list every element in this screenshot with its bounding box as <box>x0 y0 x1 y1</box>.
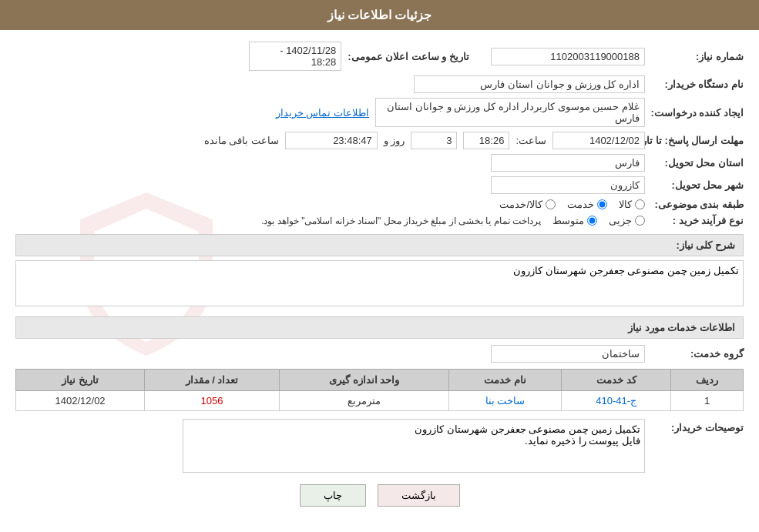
reply-date: 1402/12/02 <box>552 132 645 149</box>
need-description-label: شرح کلی نیاز: <box>676 239 735 251</box>
radio-item-service: خدمت <box>567 199 607 210</box>
services-section-label: اطلاعات خدمات مورد نیاز <box>628 322 735 333</box>
buyer-notes-row: توصیحات خریدار: <box>15 419 744 473</box>
main-content: A شماره نیاز: 1102003119000188 تاریخ و س… <box>0 30 759 518</box>
buyer-org-value: اداره کل ورزش و جوانان استان فارس <box>414 75 645 93</box>
need-description-container <box>15 260 744 309</box>
announce-datetime-value: 1402/11/28 - 18:28 <box>249 42 341 71</box>
row-service-group: گروه خدمت: ساختمان <box>15 345 744 363</box>
col-header-date: تاریخ نیاز <box>16 370 145 391</box>
col-header-row: ردیف <box>671 370 744 391</box>
row-category: طبقه بندی موضوعی: کالا خدمت کالا/خدمت <box>15 199 744 210</box>
table-cell-unit: مترمربع <box>279 391 448 411</box>
radio-item-small: جزیی <box>609 215 645 226</box>
purchase-note: پرداخت تمام یا بخشی از مبلغ خریداز محل "… <box>261 216 541 226</box>
back-button[interactable]: بازگشت <box>378 484 460 507</box>
row-province: استان محل تحویل: فارس <box>15 154 744 172</box>
table-cell-code: ج-41-410 <box>562 391 671 411</box>
buttons-row: بازگشت چاپ <box>15 484 744 507</box>
city-value: کازرون <box>491 176 645 194</box>
page-header: جزئیات اطلاعات نیاز <box>0 0 759 30</box>
table-row: 1ج-41-410ساخت بنامترمربع10561402/12/02 <box>16 391 744 411</box>
services-section-header: اطلاعات خدمات مورد نیاز <box>15 316 744 339</box>
city-label: شهر محل تحویل: <box>651 179 744 191</box>
services-table: ردیف کد خدمت نام خدمت واحد اندازه گیری ت… <box>15 369 744 411</box>
radio-small-label: جزیی <box>609 215 632 226</box>
reply-days: 3 <box>411 132 457 149</box>
reply-remaining-label: ساعت باقی مانده <box>204 135 279 146</box>
page-wrapper: جزئیات اطلاعات نیاز A شماره نیاز: 110200… <box>0 0 759 532</box>
radio-goods-label: کالا <box>619 199 632 210</box>
need-number-label: شماره نیاز: <box>651 51 744 62</box>
need-number-value: 1102003119000188 <box>491 48 645 65</box>
buyer-notes-label: توصیحات خریدار: <box>651 419 744 433</box>
row-buyer-org: نام دستگاه خریدار: اداره کل ورزش و جوانا… <box>15 75 744 93</box>
radio-medium-label: متوسط <box>552 215 584 226</box>
buyer-notes-container: توصیحات خریدار: <box>15 419 744 473</box>
col-header-unit: واحد اندازه گیری <box>279 370 448 391</box>
category-label: طبقه بندی موضوعی: <box>651 199 744 210</box>
row-reply-deadline: مهلت ارسال پاسخ: تا تاریخ: 1402/12/02 سا… <box>15 132 744 149</box>
province-label: استان محل تحویل: <box>651 157 744 169</box>
service-group-label: گروه خدمت: <box>651 348 744 360</box>
table-cell-date: 1402/12/02 <box>16 391 145 411</box>
print-button[interactable]: چاپ <box>300 484 366 507</box>
province-value: فارس <box>491 154 645 172</box>
need-description-textarea[interactable] <box>15 260 744 306</box>
form-content: شماره نیاز: 1102003119000188 تاریخ و ساع… <box>15 42 744 507</box>
reply-time: 18:26 <box>463 132 509 149</box>
radio-service[interactable] <box>597 199 607 209</box>
radio-item-medium: متوسط <box>552 215 597 226</box>
buyer-org-label: نام دستگاه خریدار: <box>651 79 744 90</box>
row-need-number: شماره نیاز: 1102003119000188 تاریخ و ساع… <box>15 42 744 71</box>
buyer-notes-textarea[interactable] <box>183 419 645 473</box>
creator-value: غلام حسین موسوی کاربردار اداره کل ورزش و… <box>375 98 645 127</box>
row-city: شهر محل تحویل: کازرون <box>15 176 744 194</box>
category-radio-group: کالا خدمت کالا/خدمت <box>499 199 645 210</box>
purchase-radio-group: جزیی متوسط پرداخت تمام یا بخشی از مبلغ خ… <box>261 215 645 226</box>
creator-label: ایجاد کننده درخواست: <box>651 107 744 119</box>
radio-both[interactable] <box>546 199 556 209</box>
table-cell-name: ساخت بنا <box>449 391 562 411</box>
row-creator: ایجاد کننده درخواست: غلام حسین موسوی کار… <box>15 98 744 127</box>
need-description-section-header: شرح کلی نیاز: <box>15 234 744 256</box>
reply-deadline-label: مهلت ارسال پاسخ: تا تاریخ: <box>651 135 744 146</box>
service-group-value: ساختمان <box>491 345 645 363</box>
purchase-type-label: نوع فرآیند خرید : <box>651 215 744 226</box>
announce-datetime-label: تاریخ و ساعت اعلان عمومی: <box>348 51 469 62</box>
radio-medium[interactable] <box>587 216 597 226</box>
reply-time-label: ساعت: <box>516 135 546 146</box>
row-purchase-type: نوع فرآیند خرید : جزیی متوسط پرداخت تمام… <box>15 215 744 226</box>
table-cell-quantity: 1056 <box>145 391 280 411</box>
table-cell-row: 1 <box>671 391 744 411</box>
reply-days-label: روز و <box>384 135 405 146</box>
contact-link[interactable]: اطلاعات تماس خریدار <box>276 107 369 119</box>
radio-item-both: کالا/خدمت <box>499 199 556 210</box>
radio-service-label: خدمت <box>567 199 594 210</box>
page-title: جزئیات اطلاعات نیاز <box>327 8 432 22</box>
col-header-name: نام خدمت <box>449 370 562 391</box>
radio-both-label: کالا/خدمت <box>499 199 542 210</box>
col-header-quantity: تعداد / مقدار <box>145 370 280 391</box>
col-header-code: کد خدمت <box>562 370 671 391</box>
reply-remaining: 23:48:47 <box>285 132 378 149</box>
radio-goods[interactable] <box>635 199 645 209</box>
radio-small[interactable] <box>635 216 645 226</box>
radio-item-goods: کالا <box>619 199 645 210</box>
